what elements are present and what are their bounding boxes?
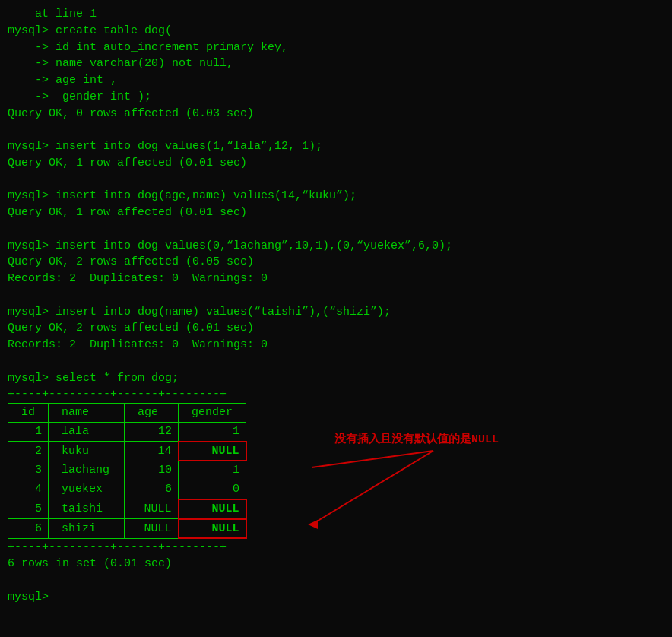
line-12: Query OK, 1 row affected (0.01 sec) <box>8 204 664 221</box>
after-table-prompt: mysql> <box>8 589 664 606</box>
svg-line-1 <box>312 451 433 524</box>
db-table: id name age gender 1 lala 12 1 2 <box>8 403 247 539</box>
table-row: 6 shizi NULL NULL <box>8 519 246 539</box>
cell-gender: 0 <box>179 480 246 499</box>
cell-name: yuekex <box>49 480 125 499</box>
cell-id: 2 <box>8 442 49 461</box>
cell-id: 1 <box>8 422 49 441</box>
table-row: 4 yuekex 6 0 <box>8 480 246 499</box>
col-age: age <box>125 404 179 423</box>
cell-gender: 1 <box>179 422 246 441</box>
line-11: mysql> insert into dog(age,name) values(… <box>8 188 664 204</box>
cell-age: NULL <box>125 499 179 519</box>
line-5: -> gender int ); <box>8 89 664 106</box>
cell-age: 10 <box>125 461 179 480</box>
line-2: -> id int auto_increment primary key, <box>8 40 664 56</box>
line-10 <box>8 172 664 189</box>
annotation-text: 没有插入且没有默认值的是NULL <box>334 433 499 446</box>
after-table-0: 6 rows in set (0.01 sec) <box>8 556 664 572</box>
table-row: 3 lachang 10 1 <box>8 461 246 480</box>
query-result-table: +----+---------+------+--------+ id name… <box>8 386 247 556</box>
table-row: 1 lala 12 1 <box>8 422 246 441</box>
line-17 <box>8 287 664 304</box>
line-1: mysql> create table dog( <box>8 23 664 40</box>
line-21 <box>8 353 664 370</box>
table-top-border: +----+---------+------+--------+ <box>8 386 247 403</box>
line-9: Query OK, 1 row affected (0.01 sec) <box>8 155 664 172</box>
cell-id: 5 <box>8 499 49 519</box>
table-bottom-border: +----+---------+------+--------+ <box>8 539 247 556</box>
cell-age: 6 <box>125 480 179 499</box>
line-15: Query OK, 2 rows affected (0.05 sec) <box>8 254 664 271</box>
line-4: -> age int , <box>8 72 664 89</box>
line-8: mysql> insert into dog values(1,“lala”,1… <box>8 138 664 155</box>
cell-id: 4 <box>8 480 49 499</box>
cell-name: kuku <box>49 442 125 461</box>
line-20: Records: 2 Duplicates: 0 Warnings: 0 <box>8 337 664 353</box>
cell-name: lachang <box>49 461 125 480</box>
line-3: -> name varchar(20) not null, <box>8 55 664 72</box>
terminal: at line 1 mysql> create table dog( -> id… <box>8 6 664 605</box>
cell-age: NULL <box>125 519 179 539</box>
after-table-blank <box>8 572 664 589</box>
cell-id: 6 <box>8 519 49 539</box>
line-13 <box>8 221 664 238</box>
line-0: at line 1 <box>8 6 664 23</box>
table-row: 5 taishi NULL NULL <box>8 499 246 519</box>
cell-name: shizi <box>49 519 125 539</box>
cell-gender-null: NULL <box>179 499 246 519</box>
line-19: Query OK, 2 rows affected (0.01 sec) <box>8 320 664 337</box>
line-6: Query OK, 0 rows affected (0.03 sec) <box>8 106 664 122</box>
cell-name: lala <box>49 422 125 441</box>
null-annotation: 没有插入且没有默认值的是NULL <box>334 432 499 448</box>
col-gender: gender <box>179 404 246 423</box>
cell-gender-null: NULL <box>179 442 246 461</box>
cell-name: taishi <box>49 499 125 519</box>
cell-age: 12 <box>125 422 179 441</box>
line-18: mysql> insert into dog(name) values(“tai… <box>8 304 664 321</box>
cell-id: 3 <box>8 461 49 480</box>
col-id: id <box>8 404 49 423</box>
table-header-row: id name age gender <box>8 404 246 423</box>
cell-gender: 1 <box>179 461 246 480</box>
svg-marker-2 <box>308 520 318 529</box>
cell-gender-null: NULL <box>179 519 246 539</box>
line-7 <box>8 122 664 138</box>
table-row: 2 kuku 14 NULL <box>8 442 246 461</box>
line-14: mysql> insert into dog values(0,“lachang… <box>8 238 664 255</box>
line-select: mysql> select * from dog; <box>8 370 664 387</box>
line-16: Records: 2 Duplicates: 0 Warnings: 0 <box>8 271 664 287</box>
cell-age: 14 <box>125 442 179 461</box>
svg-line-0 <box>312 451 433 467</box>
col-name: name <box>49 404 125 423</box>
